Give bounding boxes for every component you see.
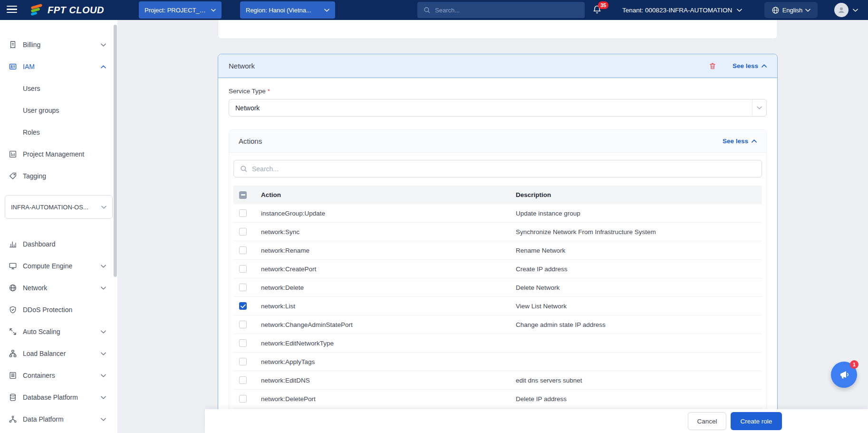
logo-text: FPT CLOUD xyxy=(48,5,104,16)
sidebar-item-label: Users xyxy=(23,85,106,92)
service-type-label: Service Type * xyxy=(229,88,767,95)
global-search-input[interactable] xyxy=(435,7,579,14)
panel-see-less-button[interactable]: See less xyxy=(733,62,767,69)
announcement-fab[interactable]: 1 xyxy=(831,362,857,388)
form-footer: Cancel Create role xyxy=(205,409,868,433)
table-header: Action Description xyxy=(233,186,762,204)
chevron-down-icon xyxy=(101,265,106,268)
loadbalancer-icon xyxy=(9,349,17,358)
delete-section-button[interactable] xyxy=(709,62,716,70)
language-dropdown[interactable]: English xyxy=(764,2,818,18)
row-checkbox[interactable] xyxy=(239,339,247,347)
table-row: network:DeletePortDelete IP address xyxy=(233,390,762,408)
project-dropdown[interactable]: Project: PROJECT_INF... xyxy=(139,1,222,19)
sidebar-item-billing[interactable]: Billing xyxy=(0,34,117,56)
autoscaling-icon xyxy=(9,327,17,336)
sidebar-item-tagging[interactable]: Tagging xyxy=(0,165,117,187)
row-checkbox[interactable] xyxy=(239,209,247,217)
row-checkbox[interactable] xyxy=(239,284,247,291)
sidebar-item-data-platform[interactable]: Data Platform xyxy=(0,408,117,430)
panel-body: Service Type * Network Actions See less xyxy=(218,78,777,416)
action-description: Rename Network xyxy=(509,247,762,254)
row-checkbox[interactable] xyxy=(239,228,247,236)
sidebar-scrollbar[interactable] xyxy=(114,25,117,277)
network-permission-panel: Network See less Service Type * Network … xyxy=(218,54,778,433)
sidebar-item-label: User groups xyxy=(23,107,106,114)
sidebar-item-auto-scaling[interactable]: Auto Scaling xyxy=(0,321,117,343)
chevron-down-icon xyxy=(101,418,106,421)
tenant-dropdown[interactable]: Tenant: 000823-INFRA-AUTOMATION xyxy=(622,0,742,20)
panel-header: Network See less xyxy=(218,54,777,78)
topbar: FPT CLOUD Project: PROJECT_INF... Region… xyxy=(0,0,868,20)
action-description: Delete Network xyxy=(509,284,762,291)
iam-icon xyxy=(9,62,17,71)
row-checkbox[interactable] xyxy=(239,395,247,403)
create-role-button[interactable]: Create role xyxy=(731,412,782,430)
chevron-down-icon xyxy=(211,9,216,12)
action-name: network:Rename xyxy=(252,247,509,254)
sidebar-project-select-value: INFRA-AUTOMATION-OS... xyxy=(11,204,88,211)
sidebar-item-label: Tagging xyxy=(23,172,106,180)
action-description: Create IP address xyxy=(509,266,762,273)
action-name: network:DeletePort xyxy=(252,395,509,403)
row-checkbox[interactable] xyxy=(239,265,247,273)
row-checkbox[interactable] xyxy=(239,376,247,384)
chevron-down-icon xyxy=(101,286,106,290)
ddos-icon xyxy=(9,305,17,314)
action-name: network:EditNetworkType xyxy=(252,340,509,347)
actions-see-less-button[interactable]: See less xyxy=(723,138,757,145)
language-label: English xyxy=(782,7,803,14)
chevron-down-icon xyxy=(101,206,106,209)
actions-search-input[interactable] xyxy=(252,165,756,173)
compute-icon xyxy=(9,262,17,270)
user-menu[interactable] xyxy=(834,3,858,17)
action-name: network:ChangeAdminStatePort xyxy=(252,321,509,328)
tenant-label: Tenant: 000823-INFRA-AUTOMATION xyxy=(622,7,732,14)
sidebar-project-select[interactable]: INFRA-AUTOMATION-OS... xyxy=(5,195,113,219)
cancel-button[interactable]: Cancel xyxy=(688,412,726,430)
fpt-cloud-logo: FPT CLOUD xyxy=(29,0,104,20)
sidebar-item-containers[interactable]: Containers xyxy=(0,364,117,386)
sidebar-item-load-balancer[interactable]: Load Balancer xyxy=(0,343,117,364)
service-type-value: Network xyxy=(229,99,752,116)
region-dropdown[interactable]: Region: Hanoi (Vietna... xyxy=(240,1,335,19)
search-icon xyxy=(423,6,431,14)
tag-icon xyxy=(9,172,17,180)
column-header-description: Description xyxy=(509,191,762,198)
sidebar-item-roles[interactable]: Roles xyxy=(0,121,117,143)
select-all-checkbox[interactable] xyxy=(239,191,247,199)
action-description: View List Network xyxy=(509,303,762,310)
row-checkbox[interactable] xyxy=(239,302,247,310)
column-header-action: Action xyxy=(252,191,509,198)
table-row: network:ListView List Network xyxy=(233,297,762,315)
table-row: network:ChangeAdminStatePortChange admin… xyxy=(233,315,762,334)
sidebar-item-label: Containers xyxy=(23,372,95,379)
chevron-down-icon xyxy=(101,396,106,399)
sidebar-item-iam[interactable]: IAM xyxy=(0,56,117,78)
project-icon xyxy=(9,150,17,158)
sidebar-item-dashboard[interactable]: Dashboard xyxy=(0,233,117,255)
chevron-up-icon xyxy=(101,65,106,69)
sidebar-item-label: Auto Scaling xyxy=(23,328,95,335)
network-icon xyxy=(9,284,17,292)
service-type-select[interactable]: Network xyxy=(229,99,767,117)
sidebar-item-network[interactable]: Network xyxy=(0,277,117,299)
sidebar-item-project-management[interactable]: Project Management xyxy=(0,143,117,165)
row-checkbox[interactable] xyxy=(239,358,247,365)
sidebar-item-user-groups[interactable]: User groups xyxy=(0,99,117,121)
menu-icon[interactable] xyxy=(7,6,17,13)
row-checkbox[interactable] xyxy=(239,321,247,328)
notifications-button[interactable]: 35 xyxy=(592,4,602,17)
sidebar-item-database-platform[interactable]: Database Platform xyxy=(0,386,117,408)
sidebar-item-compute-engine[interactable]: Compute Engine xyxy=(0,255,117,277)
panel-title: Network xyxy=(229,62,693,70)
avatar xyxy=(834,3,849,17)
table-row: network:RenameRename Network xyxy=(233,241,762,260)
row-checkbox[interactable] xyxy=(239,246,247,254)
megaphone-icon xyxy=(839,369,850,381)
dashboard-icon xyxy=(9,240,17,248)
sidebar-item-label: Billing xyxy=(23,41,95,49)
sidebar-item-users[interactable]: Users xyxy=(0,78,117,99)
sidebar-item-ddos-protection[interactable]: DDoS Protection xyxy=(0,299,117,321)
actions-header: Actions See less xyxy=(229,130,766,153)
